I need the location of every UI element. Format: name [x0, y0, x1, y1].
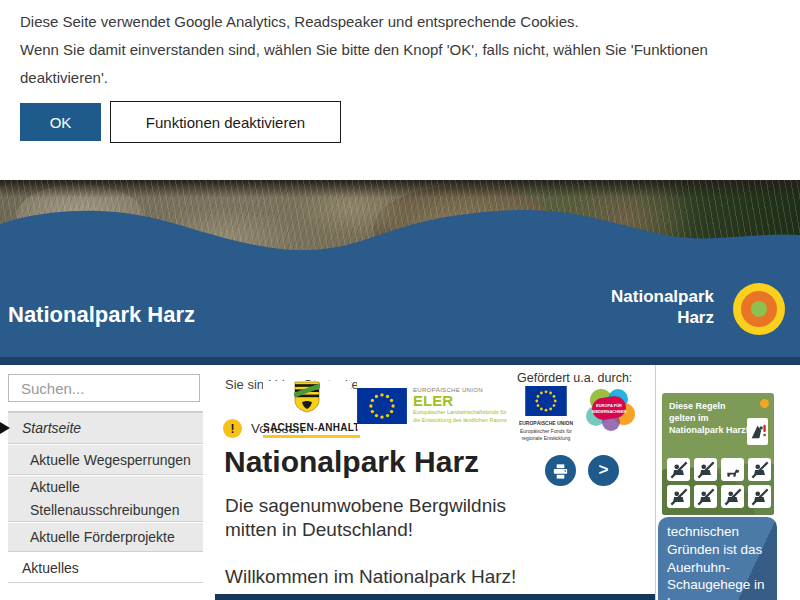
print-button[interactable] — [545, 455, 576, 486]
eler-logo: EUROPÄISCHE UNION ELER Europäischer Land… — [357, 382, 515, 429]
right-aside: Diese Regeln gelten im Nationalpark Harz… — [655, 365, 800, 600]
no-littering-icon — [667, 458, 690, 481]
page-title: Nationalpark Harz — [224, 445, 479, 479]
eu-flag-icon — [357, 388, 407, 424]
poster-mini-logo-icon — [760, 399, 769, 408]
poster-pictogram-grid — [667, 458, 771, 508]
niedersachsen-line2: NIEDERSACHSEN — [592, 409, 627, 414]
cookie-text-line1: Diese Seite verwendet Google Analytics, … — [20, 8, 765, 36]
niedersachsen-line1: EUROPA FÜR — [596, 403, 622, 408]
header-bottom-divider — [0, 357, 800, 365]
cookie-banner: Diese Seite verwendet Google Analytics, … — [0, 0, 800, 180]
active-item-arrow-icon — [0, 422, 10, 434]
niedersachsen-blob-icon: EUROPA FÜR NIEDERSACHSEN — [581, 387, 637, 431]
no-drones-icon — [667, 485, 690, 508]
sidebar-item-wegesperrungen[interactable]: Aktuelle Wegesperrungen — [8, 445, 203, 475]
printer-icon — [551, 461, 570, 481]
efre-desc1: Europäischer Fonds für — [515, 428, 577, 436]
cookie-ok-button[interactable]: OK — [20, 103, 101, 141]
eler-name: ELER — [413, 393, 507, 410]
no-flower-picking-icon — [748, 458, 771, 481]
search-input[interactable] — [9, 375, 220, 401]
no-off-trail-icon — [694, 458, 717, 481]
sachsen-anhalt-coat-of-arms-icon — [294, 381, 320, 413]
blue-wave-shape — [0, 180, 800, 365]
welcome-heading: Willkommen im Nationalpark Harz! — [225, 566, 516, 588]
no-fire-icon — [694, 485, 717, 508]
funded-by-label: Gefördert u.a. durch: — [517, 371, 632, 385]
cookie-text-line2: Wenn Sie damit einverstanden sind, wähle… — [20, 36, 765, 92]
rules-poster-banner[interactable]: Diese Regeln gelten im Nationalpark Harz… — [662, 393, 774, 515]
logo-wordmark-line1: Nationalpark — [611, 286, 714, 307]
cookie-deactivate-button[interactable]: Funktionen deaktivieren — [110, 101, 341, 143]
sidebar: Startseite Aktuelle Wegesperrungen Aktue… — [0, 365, 215, 600]
poster-title: Diese Regeln gelten im Nationalpark Harz… — [669, 400, 751, 436]
no-digging-icon — [721, 485, 744, 508]
readspeaker-icon: ! — [223, 419, 242, 438]
logo-orange-ring — [741, 291, 777, 327]
dog-on-leash-icon — [721, 458, 744, 481]
sidebar-item-startseite[interactable]: Startseite — [8, 412, 203, 444]
page-subtitle: Die sagenumwobene Bergwildnis mitten in … — [225, 494, 535, 542]
climbing-warning-icon — [747, 418, 768, 445]
niedersachsen-logo: EUROPA FÜR NIEDERSACHSEN — [581, 387, 637, 431]
header-hero: Nationalpark Harz Nationalpark Harz — [0, 180, 800, 365]
page: Diese Seite verwendet Google Analytics, … — [0, 0, 800, 600]
sachsen-anhalt-logo: SACHSEN-ANHALT — [263, 381, 351, 429]
logo-wordmark-line2: Harz — [611, 307, 714, 328]
eu-flag-icon — [525, 386, 567, 416]
logo-green-dot — [751, 301, 767, 317]
sidebar-item-stellenausschreibungen[interactable]: Aktuelle Stellenausschreibungen — [8, 476, 203, 522]
sidebar-item-foerderprojekte[interactable]: Aktuelle Förderprojekte — [8, 523, 203, 552]
content-media-strip — [215, 594, 655, 600]
sachsen-anhalt-label: SACHSEN-ANHALT — [263, 422, 360, 438]
main-content: Sie sind hier: Startseite Gefördert u.a.… — [215, 365, 655, 600]
auerhuhn-notice-box[interactable]: technischen Gründen ist das Auerhuhn-Sch… — [658, 517, 777, 600]
eler-desc2: die Entwicklung des ländlichen Raums — [413, 417, 507, 425]
efre-logo: EUROPÄISCHE UNION Europäischer Fonds für… — [515, 386, 577, 443]
eler-desc1: Europäischer Landwirtschaftsfonds für — [413, 409, 507, 417]
logo-wordmark[interactable]: Nationalpark Harz — [611, 286, 714, 329]
efre-eu-line: EUROPÄISCHE UNION — [515, 420, 577, 428]
nationalpark-logo-icon[interactable] — [733, 283, 785, 335]
efre-desc2: regionale Entwicklung — [515, 435, 577, 443]
search-box — [8, 374, 200, 402]
sidebar-item-aktuelles[interactable]: Aktuelles — [8, 553, 203, 583]
share-button[interactable]: > — [588, 455, 619, 486]
no-camping-icon — [748, 485, 771, 508]
site-title: Nationalpark Harz — [8, 302, 195, 328]
